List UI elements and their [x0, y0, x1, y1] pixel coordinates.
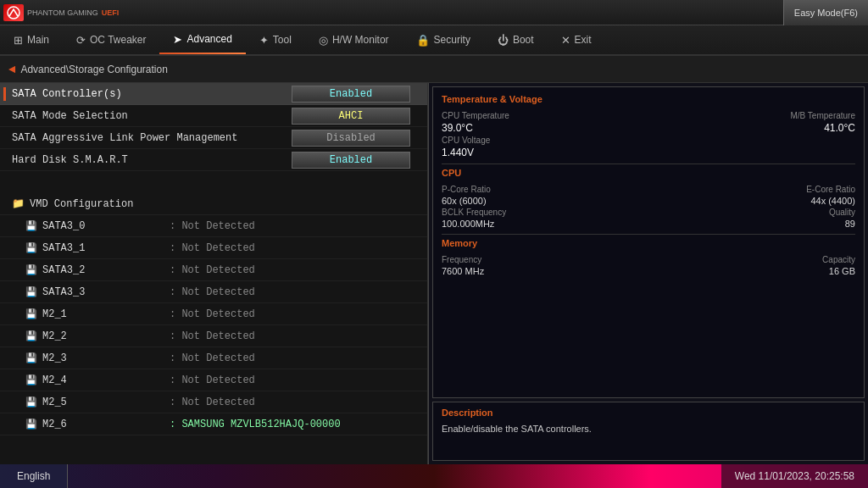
security-icon: 🔒 [416, 34, 430, 47]
memory-block: Memory Frequency Capacity 7600 MHz 16 GB [442, 238, 855, 276]
nav-tool[interactable]: ✦ Tool [246, 25, 305, 54]
menu-item-m2-3[interactable]: 💾M2_3 : Not Detected [0, 347, 427, 369]
quality-value: 89 [845, 219, 855, 229]
hw-icon: ◎ [319, 34, 328, 47]
selection-indicator [3, 87, 6, 101]
vmd-label: 📁VMD Configuration [12, 197, 419, 210]
top-bar: PHANTOM GAMING UEFI Easy Mode(F6) [0, 0, 868, 25]
bclk-freq-value: 100.000MHz [442, 219, 494, 229]
sata3-0-value: : Not Detected [170, 220, 255, 232]
smart-value[interactable]: Enabled [275, 149, 427, 170]
temp-voltage-block: Temperature & Voltage CPU Temperature M/… [442, 94, 855, 158]
core-ratio-values: 60x (6000) 44x (4400) [442, 196, 855, 206]
brand-name: PHANTOM GAMING [27, 8, 98, 17]
drive-icon: 💾 [25, 331, 37, 341]
ahci-button[interactable]: AHCI [292, 108, 410, 125]
m2-3-value: : Not Detected [170, 352, 255, 364]
nav-tool-label: Tool [273, 34, 292, 46]
boot-icon: ⏻ [498, 34, 509, 47]
back-arrow-icon[interactable]: ◄ [8, 63, 15, 76]
p-core-ratio-label: P-Core Ratio [442, 185, 491, 194]
e-core-ratio-label: E-Core Ratio [806, 185, 855, 194]
freq-value: 7600 MHz [442, 266, 484, 276]
menu-item-smart[interactable]: Hard Disk S.M.A.R.T Enabled [0, 149, 427, 171]
bclk-freq-label: BCLK Frequency [442, 208, 506, 217]
menu-item-sata3-3[interactable]: 💾SATA3_3 : Not Detected [0, 281, 427, 303]
datetime-value: Wed 11/01/2023, 20:25:58 [735, 470, 854, 482]
smart-enabled-button[interactable]: Enabled [292, 152, 410, 169]
cpu-temp-label: CPU Temperature [442, 111, 509, 120]
menu-item-sata-aggressive[interactable]: SATA Aggressive Link Power Management Di… [0, 127, 427, 149]
description-section: Description Enable/disable the SATA cont… [432, 402, 865, 461]
menu-item-m2-5[interactable]: 💾M2_5 : Not Detected [0, 391, 427, 413]
menu-item-sata3-0[interactable]: 💾SATA3_0 : Not Detected [0, 215, 427, 237]
bottom-bar: English Wed 11/01/2023, 20:25:58 [0, 464, 868, 488]
enabled-button[interactable]: Enabled [292, 86, 410, 103]
exit-icon: ✕ [561, 34, 570, 47]
nav-advanced[interactable]: ➤ Advanced [159, 25, 245, 54]
divider-2 [442, 234, 855, 235]
memory-header: Memory [442, 238, 855, 248]
menu-item-sata-mode[interactable]: SATA Mode Selection AHCI [0, 105, 427, 127]
folder-icon: 📁 [12, 198, 25, 210]
menu-item-sata3-2[interactable]: 💾SATA3_2 : Not Detected [0, 259, 427, 281]
nav-advanced-label: Advanced [186, 33, 231, 45]
menu-item-m2-6[interactable]: 💾M2_6 : SAMSUNG MZVLB512HAJQ-00000 [0, 413, 427, 435]
drive-icon: 💾 [25, 353, 37, 363]
cpu-voltage-value: 1.440V [442, 147, 474, 158]
nav-main-label: Main [27, 34, 49, 46]
nav-hw-label: H/W Monitor [332, 34, 389, 46]
capacity-value: 16 GB [829, 266, 855, 276]
sata3-3-value: : Not Detected [170, 286, 255, 298]
drive-icon: 💾 [25, 221, 37, 231]
drive-icon: 💾 [25, 309, 37, 319]
language-selector[interactable]: English [0, 464, 68, 488]
m2-2-value: : Not Detected [170, 330, 255, 342]
mb-temp-value: 41.0°C [824, 122, 855, 134]
desc-header: Description [442, 408, 855, 418]
disabled-button[interactable]: Disabled [292, 130, 410, 147]
core-ratio-labels: P-Core Ratio E-Core Ratio [442, 185, 855, 194]
nav-exit[interactable]: ✕ Exit [548, 25, 605, 54]
menu-item-m2-1[interactable]: 💾M2_1 : Not Detected [0, 303, 427, 325]
uefi-label: UEFI [102, 8, 120, 17]
freq-label: Frequency [442, 255, 481, 264]
menu-item-sata-controller[interactable]: SATA Controller(s) Enabled [0, 83, 427, 105]
language-value: English [17, 470, 50, 482]
m2-1-value: : Not Detected [170, 308, 255, 320]
datetime-display: Wed 11/01/2023, 20:25:58 [721, 464, 868, 488]
capacity-label: Capacity [822, 255, 855, 264]
menu-item-m2-4[interactable]: 💾M2_4 : Not Detected [0, 369, 427, 391]
menu-item-sata3-1[interactable]: 💾SATA3_1 : Not Detected [0, 237, 427, 259]
breadcrumb: ◄ Advanced\Storage Configuration [0, 56, 868, 83]
cpu-voltage-label: CPU Voltage [442, 136, 490, 145]
temp-voltage-header: Temperature & Voltage [442, 94, 855, 104]
bclk-labels: BCLK Frequency Quality [442, 208, 855, 217]
easy-mode-button[interactable]: Easy Mode(F6) [783, 0, 868, 25]
main-content: SATA Controller(s) Enabled SATA Mode Sel… [0, 83, 868, 464]
nav-security[interactable]: 🔒 Security [403, 25, 484, 54]
breadcrumb-path: Advanced\Storage Configuration [20, 64, 167, 75]
nav-hw-monitor[interactable]: ◎ H/W Monitor [305, 25, 403, 54]
nav-oc-tweaker[interactable]: ⟳ OC Tweaker [63, 25, 159, 54]
nav-main[interactable]: ⊞ Main [0, 25, 63, 54]
drive-icon: 💾 [25, 287, 37, 297]
desc-text: Enable/disable the SATA controllers. [442, 423, 855, 435]
m2-5-value: : Not Detected [170, 396, 255, 408]
menu-item-vmd[interactable]: 📁VMD Configuration [0, 193, 427, 215]
nav-boot-label: Boot [513, 34, 534, 46]
nav-boot[interactable]: ⏻ Boot [484, 25, 548, 54]
sata-controller-value[interactable]: Enabled [275, 83, 427, 104]
menu-item-m2-2[interactable]: 💾M2_2 : Not Detected [0, 325, 427, 347]
drive-icon: 💾 [25, 397, 37, 408]
m2-4-value: : Not Detected [170, 374, 255, 386]
sata3-2-value: : Not Detected [170, 264, 255, 276]
sata-aggressive-value[interactable]: Disabled [275, 127, 427, 148]
drive-icon: 💾 [25, 243, 37, 253]
cpu-header: CPU [442, 168, 855, 178]
menu-item-spacer [0, 171, 427, 193]
nav-exit-label: Exit [575, 34, 592, 46]
mb-temp-label: M/B Temperature [790, 111, 855, 120]
sata-mode-value[interactable]: AHCI [275, 105, 427, 126]
memory-labels: Frequency Capacity [442, 255, 855, 264]
